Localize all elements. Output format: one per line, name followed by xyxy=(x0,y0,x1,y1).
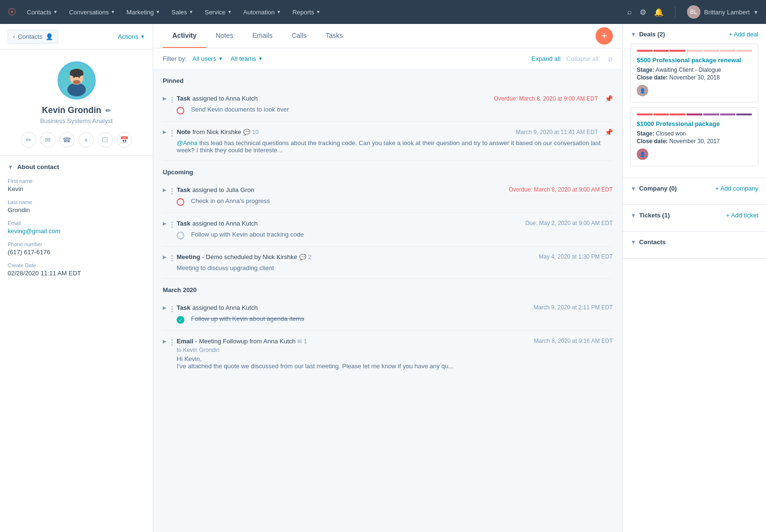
drag-handle[interactable] xyxy=(171,222,173,228)
drag-handle[interactable] xyxy=(171,306,173,312)
search-icon[interactable]: ⌕ xyxy=(627,8,632,16)
contacts-section-header: ▼ Contacts xyxy=(631,238,758,246)
expand-icon[interactable]: ▶ xyxy=(163,187,167,192)
hubspot-logo[interactable]: ☉ xyxy=(8,6,16,18)
person-icon: 👤 xyxy=(45,33,53,40)
activity-search-icon[interactable]: ⌕ xyxy=(608,55,613,63)
activity-body: ✓ Follow up with Kevin about agenda item… xyxy=(177,315,613,324)
activity-content: Task assigned to Julia Gron Overdue: Mar… xyxy=(177,186,613,206)
contact-avatar xyxy=(57,61,96,100)
add-action-button[interactable]: + xyxy=(79,132,94,147)
task-action-button[interactable]: ☐ xyxy=(98,132,113,147)
activity-body: Meeting to discuss upgrading client xyxy=(177,264,613,272)
deal-name-1[interactable]: $500 Professional package renewal xyxy=(637,57,752,64)
activity-body: Check in on Anna's progress xyxy=(177,197,613,206)
contact-title: Business Systems Analyst xyxy=(40,117,113,125)
tickets-title[interactable]: ▼ Tickets (1) xyxy=(631,212,670,219)
task-status-icon xyxy=(177,232,184,239)
nav-service[interactable]: Service ▼ xyxy=(200,6,237,19)
deals-title[interactable]: ▼ Deals (2) xyxy=(631,31,665,38)
write-action-button[interactable]: ✏ xyxy=(21,132,36,147)
left-sidebar: ‹ Contacts 👤 Actions ▼ xyxy=(0,24,153,532)
svg-point-7 xyxy=(78,76,80,78)
activity-content: Meeting - Demo scheduled by Nick Kirshke… xyxy=(177,253,613,272)
calendar-action-button[interactable]: 📅 xyxy=(117,132,132,147)
drag-handle[interactable] xyxy=(171,340,173,346)
all-users-filter[interactable]: All users ▼ xyxy=(191,54,225,63)
expand-icon[interactable]: ▶ xyxy=(163,339,167,344)
deal-name-2[interactable]: $1000 Professional package xyxy=(637,120,752,127)
drag-handle[interactable] xyxy=(171,130,173,136)
activity-title: Email - Meeting Followup from Anna Kutch… xyxy=(177,338,307,345)
expand-all-button[interactable]: Expand all xyxy=(531,55,561,62)
progress-seg xyxy=(637,50,653,52)
activity-content: Note from Nick Kirshke 💬 10 March 9, 202… xyxy=(177,128,613,154)
expand-icon[interactable]: ▶ xyxy=(163,96,167,101)
tab-activity[interactable]: Activity xyxy=(163,24,206,48)
deal-stage-1: Stage: Awaiting Client - Dialogue xyxy=(637,67,752,73)
tab-emails[interactable]: Emails xyxy=(243,24,282,48)
email-action-button[interactable]: ✉ xyxy=(40,132,56,147)
upcoming-task-2: ▶ Task assigned to Anna Kutch Due: May 2… xyxy=(163,213,613,247)
march-2020-section-header: March 2020 xyxy=(163,279,613,297)
tab-tasks[interactable]: Tasks xyxy=(316,24,352,48)
activity-content: Task assigned to Anna Kutch Due: May 2, … xyxy=(177,220,613,239)
settings-icon[interactable]: ⚙ xyxy=(640,8,646,17)
company-chevron-icon: ▼ xyxy=(631,185,636,192)
deals-section: ▼ Deals (2) + Add deal $500 Professional… xyxy=(623,24,766,178)
add-company-link[interactable]: + Add company xyxy=(715,185,758,192)
field-email: Email keving@gmail.com xyxy=(8,220,145,235)
nav-automation[interactable]: Automation ▼ xyxy=(238,6,286,19)
upcoming-section-header: Upcoming xyxy=(163,161,613,180)
nav-sales[interactable]: Sales ▼ xyxy=(167,6,198,19)
user-menu[interactable]: BL Brittany Lambert ▼ xyxy=(687,5,758,19)
tab-calls[interactable]: Calls xyxy=(282,24,316,48)
nav-contacts[interactable]: Contacts ▼ xyxy=(22,6,62,19)
activity-body: Send Kevin documents to look over xyxy=(177,106,613,114)
company-title[interactable]: ▼ Company (0) xyxy=(631,185,677,192)
comment-count: 10 xyxy=(252,129,259,136)
progress-seg xyxy=(653,113,669,115)
expand-icon[interactable]: ▶ xyxy=(163,129,167,135)
add-activity-button[interactable]: + xyxy=(596,27,613,45)
actions-button[interactable]: Actions ▼ xyxy=(118,33,145,40)
call-action-button[interactable]: ☎ xyxy=(59,132,75,147)
drag-handle[interactable] xyxy=(171,255,173,261)
tickets-chevron-icon: ▼ xyxy=(631,212,636,219)
activity-content: Task assigned to Anna Kutch March 9, 202… xyxy=(177,304,613,324)
all-teams-filter[interactable]: All teams ▼ xyxy=(229,54,265,63)
deals-section-header: ▼ Deals (2) + Add deal xyxy=(631,31,758,38)
nav-conversations[interactable]: Conversations ▼ xyxy=(64,6,120,19)
main-content: Activity Notes Emails Calls Tasks + Filt… xyxy=(153,24,622,532)
nav-marketing[interactable]: Marketing ▼ xyxy=(122,6,165,19)
tab-notes[interactable]: Notes xyxy=(206,24,243,48)
expand-icon[interactable]: ▶ xyxy=(163,305,167,310)
svg-rect-4 xyxy=(70,73,83,75)
activity-title: Meeting - Demo scheduled by Nick Kirshke… xyxy=(177,253,312,260)
comment-icon: 💬 xyxy=(243,129,250,136)
expand-icon[interactable]: ▶ xyxy=(163,254,167,260)
right-panel: ▼ Deals (2) + Add deal $500 Professional… xyxy=(622,24,766,532)
add-ticket-link[interactable]: + Add ticket xyxy=(726,212,758,219)
expand-icon[interactable]: ▶ xyxy=(163,221,167,226)
pinned-note-1: ▶ Note from Nick Kirshke 💬 10 March 9, 2… xyxy=(163,122,613,161)
nav-reports[interactable]: Reports ▼ xyxy=(288,6,325,19)
about-header[interactable]: ▼ About contact xyxy=(8,163,145,170)
notifications-icon[interactable]: 🔔 xyxy=(654,8,664,17)
contact-quick-actions: ✏ ✉ ☎ + ☐ 📅 xyxy=(21,132,132,147)
drag-handle[interactable] xyxy=(171,188,173,194)
activity-feed: Pinned ▶ Task assigned to Anna Kutch Ove… xyxy=(153,69,622,532)
field-phone: Phone number (617) 617-6176 xyxy=(8,241,145,256)
activity-time: Overdue: March 8, 2020 at 9:00 AM EDT xyxy=(486,95,598,102)
add-deal-link[interactable]: + Add deal xyxy=(729,31,758,38)
drag-handle[interactable] xyxy=(171,97,173,103)
comment-icon: 💬 xyxy=(299,254,306,260)
collapse-all-button[interactable]: Collapse all xyxy=(566,55,598,62)
back-to-contacts-button[interactable]: ‹ Contacts 👤 xyxy=(8,30,58,44)
pin-icon[interactable]: 📌 xyxy=(605,95,613,102)
contacts-title[interactable]: ▼ Contacts xyxy=(631,238,666,246)
pin-icon[interactable]: 📌 xyxy=(605,128,613,136)
activity-time: March 9, 2020 at 11:41 AM EDT xyxy=(508,129,598,136)
edit-contact-icon[interactable]: ✏ xyxy=(105,107,111,114)
deal-card-1: $500 Professional package renewal Stage:… xyxy=(631,44,758,102)
